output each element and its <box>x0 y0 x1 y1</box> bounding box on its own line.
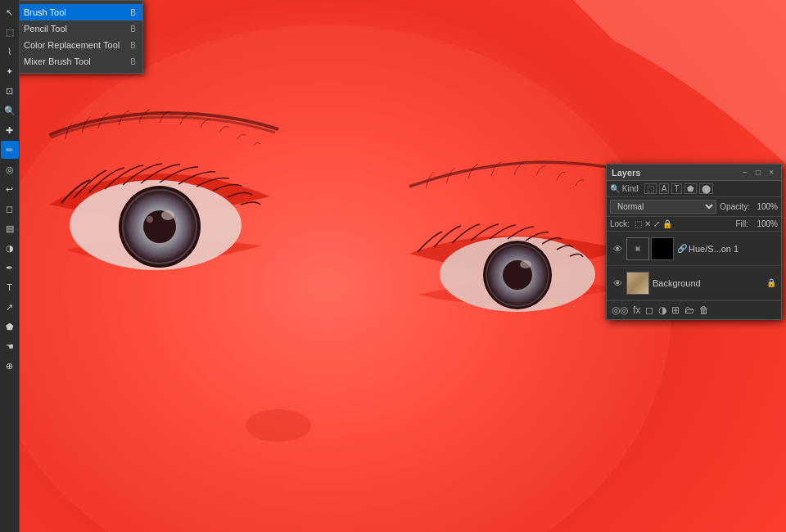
filter-shape-icon[interactable]: ⬟ <box>684 183 697 194</box>
toolbar-pen-tool[interactable]: ✒ <box>1 259 19 277</box>
brush-tool-option[interactable]: ✏ Brush Tool B <box>1 4 142 20</box>
color-replacement-tool-option[interactable]: ✏ Color Replacement Tool B <box>1 37 142 53</box>
toolbar-clone-tool[interactable]: ◎ <box>1 160 19 178</box>
hue-saturation-layer-row[interactable]: 👁 ▣ 🔗 Hue/S...on 1 <box>607 232 781 266</box>
left-toolbar: ↖ ⬚ ⌇ ✦ ⊡ 🔍 ✚ ✏ ◎ ↩ ◻ ▤ ◑ ✒ T ↗ ⬟ ☚ ⊕ <box>0 0 20 532</box>
hue-layer-mask-thumb <box>651 237 674 260</box>
kind-label: 🔍 Kind <box>610 184 639 193</box>
fill-label: Fill: <box>735 219 748 228</box>
lock-image-icon[interactable]: ✕ <box>644 219 651 228</box>
blend-opacity-row: Normal Dissolve Multiply Screen Overlay … <box>607 197 781 217</box>
panel-window-controls: − □ × <box>740 167 776 178</box>
hue-layer-name: Hue/S...on 1 <box>689 244 776 254</box>
blend-mode-dropdown[interactable]: Normal Dissolve Multiply Screen Overlay <box>610 200 716 214</box>
toolbar-crop-tool[interactable]: ⊡ <box>1 82 19 100</box>
toolbar-marquee-tool[interactable]: ⬚ <box>1 23 19 41</box>
bg-layer-visibility-toggle[interactable]: 👁 <box>612 277 623 289</box>
toolbar-lasso-tool[interactable]: ⌇ <box>1 43 19 61</box>
opacity-label: Opacity: <box>720 202 750 211</box>
layers-panel-bottom: ◎◎ fx ◻ ◑ ⊞ 🗁 🗑 <box>607 300 781 319</box>
background-layer-row[interactable]: 👁 Background 🔒 <box>607 266 781 300</box>
toolbar-gradient-tool[interactable]: ▤ <box>1 219 19 237</box>
lock-transparency-icon[interactable]: ⬚ <box>635 219 642 228</box>
layers-panel-title: Layers <box>612 168 640 178</box>
mixer-brush-shortcut: B <box>130 57 136 66</box>
filter-type-icon[interactable]: T <box>671 183 681 194</box>
lock-label: Lock: <box>610 219 630 228</box>
new-group-btn[interactable]: ⊞ <box>671 304 680 316</box>
mixer-brush-label: Mixer Brush Tool <box>24 56 91 66</box>
lock-all-icon[interactable]: 🔒 <box>662 219 672 228</box>
brush-tool-label: Brush Tool <box>24 7 66 17</box>
toolbar-shape-tool[interactable]: ⬟ <box>1 318 19 336</box>
hue-layer-link-icon: 🔗 <box>677 244 685 253</box>
toolbar-move-tool[interactable]: ↖ <box>1 3 19 21</box>
layers-panel: Layers − □ × 🔍 Kind ⬚ A T ⬟ ⬤ Normal Dis… <box>606 164 782 320</box>
new-layer-btn[interactable]: 🗁 <box>684 304 694 316</box>
color-replacement-shortcut: B <box>130 41 136 50</box>
hue-layer-visibility-toggle[interactable]: 👁 <box>612 243 623 255</box>
new-fill-btn[interactable]: ◑ <box>658 304 666 316</box>
mixer-brush-tool-option[interactable]: ✏ Mixer Brush Tool B <box>1 53 142 70</box>
panel-close-btn[interactable]: × <box>766 167 776 178</box>
filter-adjustment-icon[interactable]: A <box>659 183 670 194</box>
toolbar-dodge-tool[interactable]: ◑ <box>1 239 19 257</box>
hue-layer-thumbs: ▣ <box>626 237 674 260</box>
fill-value: 100% <box>753 219 778 228</box>
toolbar-brush-tool[interactable]: ✏ <box>1 141 19 159</box>
hue-layer-adjustment-thumb: ▣ <box>626 237 649 260</box>
pencil-tool-label: Pencil Tool <box>24 24 67 34</box>
bg-layer-photo-thumb <box>626 272 649 295</box>
layer-effects-btn[interactable]: fx <box>633 304 640 316</box>
bg-layer-lock-icon: 🔒 <box>766 278 776 287</box>
toolbar-path-select-tool[interactable]: ↗ <box>1 298 19 316</box>
opacity-value: 100% <box>753 202 778 211</box>
toolbar-history-brush-tool[interactable]: ↩ <box>1 180 19 198</box>
bg-layer-name: Background <box>653 278 763 288</box>
toolbar-magic-wand-tool[interactable]: ✦ <box>1 62 19 80</box>
link-layers-btn[interactable]: ◎◎ <box>612 304 628 316</box>
adjustment-icon: ▣ <box>635 245 641 252</box>
color-replacement-label: Color Replacement Tool <box>24 40 120 50</box>
layers-filter-row: 🔍 Kind ⬚ A T ⬟ ⬤ <box>607 181 781 197</box>
pencil-shortcut: B <box>130 25 136 34</box>
toolbar-text-tool[interactable]: T <box>1 278 19 296</box>
lock-icons-group: ⬚ ✕ ⤢ 🔒 <box>635 219 672 228</box>
lock-fill-row: Lock: ⬚ ✕ ⤢ 🔒 Fill: 100% <box>607 217 781 232</box>
brush-shortcut: B <box>130 8 136 17</box>
delete-layer-btn[interactable]: 🗑 <box>699 304 709 316</box>
pencil-tool-option[interactable]: ✏ Pencil Tool B <box>1 20 142 37</box>
lock-position-icon[interactable]: ⤢ <box>653 219 660 228</box>
filter-smart-icon[interactable]: ⬤ <box>699 183 713 194</box>
bg-layer-thumbs <box>626 272 649 295</box>
toolbar-eyedropper-tool[interactable]: 🔍 <box>1 101 19 119</box>
layer-type-filters: ⬚ A T ⬟ ⬤ <box>644 183 713 194</box>
add-mask-btn[interactable]: ◻ <box>645 304 653 316</box>
toolbar-eraser-tool[interactable]: ◻ <box>1 200 19 218</box>
panel-expand-btn[interactable]: □ <box>753 167 763 178</box>
filter-pixel-icon[interactable]: ⬚ <box>644 183 657 194</box>
toolbar-zoom-tool[interactable]: ⊕ <box>1 357 19 375</box>
toolbar-heal-tool[interactable]: ✚ <box>1 121 19 139</box>
layers-panel-titlebar: Layers − □ × <box>607 165 781 181</box>
toolbar-hand-tool[interactable]: ☚ <box>1 337 19 355</box>
panel-minimize-btn[interactable]: − <box>740 167 750 178</box>
brush-tool-menu: ✏ Brush Tool B ✏ Pencil Tool B ✏ Color R… <box>0 0 143 74</box>
